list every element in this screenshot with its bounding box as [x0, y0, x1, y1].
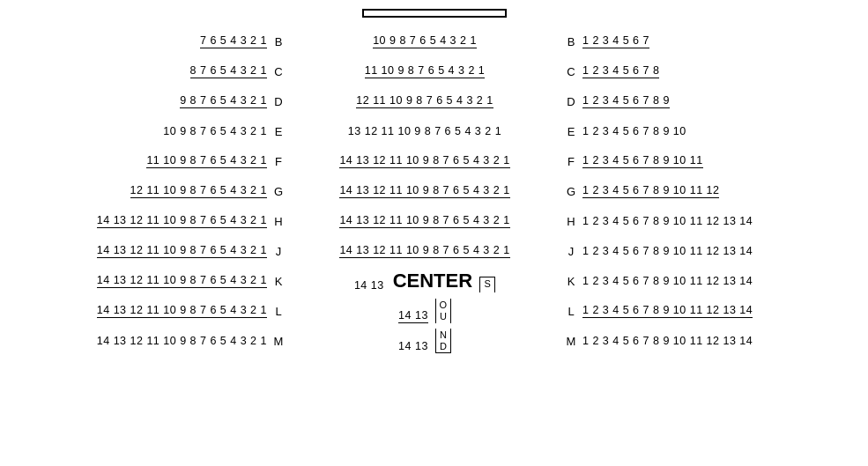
row-label-right-H: H	[561, 215, 581, 228]
row-label-right-C: C	[561, 65, 581, 78]
section-right-J: 1 2 3 4 5 6 7 8 9 10 11 12 13 14	[581, 245, 854, 258]
left-seats-E: 10 9 8 7 6 5 4 3 2 1	[163, 125, 267, 138]
seat-row: 9 8 7 6 5 4 3 2 1D12 11 10 9 8 7 6 5 4 3…	[4, 86, 864, 116]
left-seats-F: 11 10 9 8 7 6 5 4 3 2 1	[146, 154, 267, 168]
section-right-K: 1 2 3 4 5 6 7 8 9 10 11 12 13 14	[581, 275, 854, 288]
section-right-M: 1 2 3 4 5 6 7 8 9 10 11 12 13 14	[581, 335, 854, 348]
section-left-M: 14 13 12 11 10 9 8 7 6 5 4 3 2 1	[4, 335, 269, 348]
right-seats-K: 1 2 3 4 5 6 7 8 9 10 11 12 13 14	[582, 275, 753, 288]
row-label-left-G: G	[269, 185, 288, 198]
left-seats-L: 14 13 12 11 10 9 8 7 6 5 4 3 2 1	[97, 304, 267, 318]
section-center-D: 12 11 10 9 8 7 6 5 4 3 2 1	[288, 94, 561, 108]
left-seats-M: 14 13 12 11 10 9 8 7 6 5 4 3 2 1	[97, 335, 267, 348]
section-left-D: 9 8 7 6 5 4 3 2 1	[4, 94, 269, 108]
section-right-G: 1 2 3 4 5 6 7 8 9 10 11 12	[581, 184, 854, 198]
row-label-right-J: J	[561, 245, 581, 258]
section-left-G: 12 11 10 9 8 7 6 5 4 3 2 1	[4, 184, 269, 198]
seat-row: 7 6 5 4 3 2 1B10 9 8 7 6 5 4 3 2 1B1 2 3…	[4, 26, 864, 56]
section-center-G: 14 13 12 11 10 9 8 7 6 5 4 3 2 1	[288, 184, 561, 198]
center-label: CENTER	[393, 270, 472, 292]
row-label-left-H: H	[269, 215, 288, 228]
section-left-L: 14 13 12 11 10 9 8 7 6 5 4 3 2 1	[4, 304, 269, 318]
left-seats-J: 14 13 12 11 10 9 8 7 6 5 4 3 2 1	[97, 244, 267, 258]
row-label-left-E: E	[269, 125, 288, 138]
section-left-K: 14 13 12 11 10 9 8 7 6 5 4 3 2 1	[4, 274, 269, 288]
section-center-K: 14 13CENTERS	[288, 270, 561, 292]
center-partial-L: 14 13	[398, 309, 428, 323]
center-seats-H: 14 13 12 11 10 9 8 7 6 5 4 3 2 1	[339, 214, 509, 228]
sound-letter-s: S	[484, 278, 490, 290]
stage-area	[4, 9, 864, 18]
right-seats-F: 1 2 3 4 5 6 7 8 9 10 11	[582, 154, 703, 168]
row-label-right-K: K	[561, 275, 581, 288]
seat-row: 14 13 12 11 10 9 8 7 6 5 4 3 2 1L14 13OU…	[4, 296, 864, 326]
center-seats-B: 10 9 8 7 6 5 4 3 2 1	[373, 34, 477, 48]
section-right-D: 1 2 3 4 5 6 7 8 9	[581, 94, 854, 108]
seat-row: 12 11 10 9 8 7 6 5 4 3 2 1G14 13 12 11 1…	[4, 176, 864, 206]
row-label-left-B: B	[269, 35, 288, 48]
section-center-L: 14 13OU	[288, 299, 561, 322]
center-seats-D: 12 11 10 9 8 7 6 5 4 3 2 1	[356, 94, 493, 108]
section-center-M: 14 13ND	[288, 329, 561, 353]
row-label-right-F: F	[561, 155, 581, 168]
section-center-C: 11 10 9 8 7 6 5 4 3 2 1	[288, 64, 561, 78]
section-center-E: 13 12 11 10 9 8 7 6 5 4 3 2 1	[288, 125, 561, 138]
row-label-left-M: M	[269, 335, 288, 348]
row-label-right-B: B	[561, 35, 581, 48]
row-label-right-G: G	[561, 185, 581, 198]
section-left-E: 10 9 8 7 6 5 4 3 2 1	[4, 125, 269, 138]
center-partial-K: 14 13	[354, 279, 384, 292]
center-seats-F: 14 13 12 11 10 9 8 7 6 5 4 3 2 1	[339, 154, 509, 168]
section-right-H: 1 2 3 4 5 6 7 8 9 10 11 12 13 14	[581, 215, 854, 228]
section-right-L: 1 2 3 4 5 6 7 8 9 10 11 12 13 14	[581, 304, 854, 318]
seat-row: 14 13 12 11 10 9 8 7 6 5 4 3 2 1H14 13 1…	[4, 206, 864, 236]
right-seats-M: 1 2 3 4 5 6 7 8 9 10 11 12 13 14	[582, 335, 753, 348]
right-seats-B: 1 2 3 4 5 6 7	[582, 34, 649, 48]
right-seats-H: 1 2 3 4 5 6 7 8 9 10 11 12 13 14	[582, 215, 753, 228]
section-left-B: 7 6 5 4 3 2 1	[4, 34, 269, 48]
right-seats-L: 1 2 3 4 5 6 7 8 9 10 11 12 13 14	[582, 304, 753, 318]
center-seats-E: 13 12 11 10 9 8 7 6 5 4 3 2 1	[348, 125, 501, 138]
seat-row: 14 13 12 11 10 9 8 7 6 5 4 3 2 1J14 13 1…	[4, 236, 864, 266]
row-label-left-D: D	[269, 95, 288, 108]
section-left-F: 11 10 9 8 7 6 5 4 3 2 1	[4, 154, 269, 168]
left-seats-B: 7 6 5 4 3 2 1	[200, 34, 267, 48]
left-seats-H: 14 13 12 11 10 9 8 7 6 5 4 3 2 1	[97, 214, 267, 228]
center-partial-M: 14 13	[398, 340, 428, 353]
right-seats-G: 1 2 3 4 5 6 7 8 9 10 11 12	[582, 184, 719, 198]
section-center-B: 10 9 8 7 6 5 4 3 2 1	[288, 34, 561, 48]
center-seats-C: 11 10 9 8 7 6 5 4 3 2 1	[365, 64, 486, 78]
left-seats-K: 14 13 12 11 10 9 8 7 6 5 4 3 2 1	[97, 274, 267, 288]
row-label-left-K: K	[269, 275, 288, 288]
stage-label	[362, 9, 507, 18]
sound-letter-n: N	[440, 329, 447, 341]
right-seats-D: 1 2 3 4 5 6 7 8 9	[582, 94, 670, 108]
right-seats-J: 1 2 3 4 5 6 7 8 9 10 11 12 13 14	[582, 245, 753, 258]
row-label-left-L: L	[269, 305, 288, 318]
row-label-left-J: J	[269, 245, 288, 258]
seat-row: 10 9 8 7 6 5 4 3 2 1E13 12 11 10 9 8 7 6…	[4, 116, 864, 146]
row-label-right-M: M	[561, 335, 581, 348]
sound-letter-u: U	[440, 311, 447, 322]
section-left-J: 14 13 12 11 10 9 8 7 6 5 4 3 2 1	[4, 244, 269, 258]
section-center-J: 14 13 12 11 10 9 8 7 6 5 4 3 2 1	[288, 244, 561, 258]
section-right-F: 1 2 3 4 5 6 7 8 9 10 11	[581, 154, 854, 168]
seating-chart: 7 6 5 4 3 2 1B10 9 8 7 6 5 4 3 2 1B1 2 3…	[0, 0, 868, 466]
row-label-left-F: F	[269, 155, 288, 168]
sound-letter-d: D	[440, 341, 447, 352]
section-right-E: 1 2 3 4 5 6 7 8 9 10	[581, 125, 854, 138]
section-left-H: 14 13 12 11 10 9 8 7 6 5 4 3 2 1	[4, 214, 269, 228]
sound-column-end: ND	[435, 329, 451, 353]
seat-row: 14 13 12 11 10 9 8 7 6 5 4 3 2 1M14 13ND…	[4, 326, 864, 356]
row-label-left-C: C	[269, 65, 288, 78]
center-seats-G: 14 13 12 11 10 9 8 7 6 5 4 3 2 1	[339, 184, 509, 198]
sound-letter-o: O	[440, 300, 448, 311]
sound-column-mid: OU	[435, 299, 451, 322]
seat-row: 11 10 9 8 7 6 5 4 3 2 1F14 13 12 11 10 9…	[4, 146, 864, 176]
row-label-right-L: L	[561, 305, 581, 318]
center-seats-J: 14 13 12 11 10 9 8 7 6 5 4 3 2 1	[339, 244, 509, 258]
seat-row: 8 7 6 5 4 3 2 1C11 10 9 8 7 6 5 4 3 2 1C…	[4, 56, 864, 86]
section-right-C: 1 2 3 4 5 6 7 8	[581, 64, 854, 78]
seat-row: 14 13 12 11 10 9 8 7 6 5 4 3 2 1K14 13CE…	[4, 266, 864, 296]
sound-column: S	[479, 277, 495, 292]
